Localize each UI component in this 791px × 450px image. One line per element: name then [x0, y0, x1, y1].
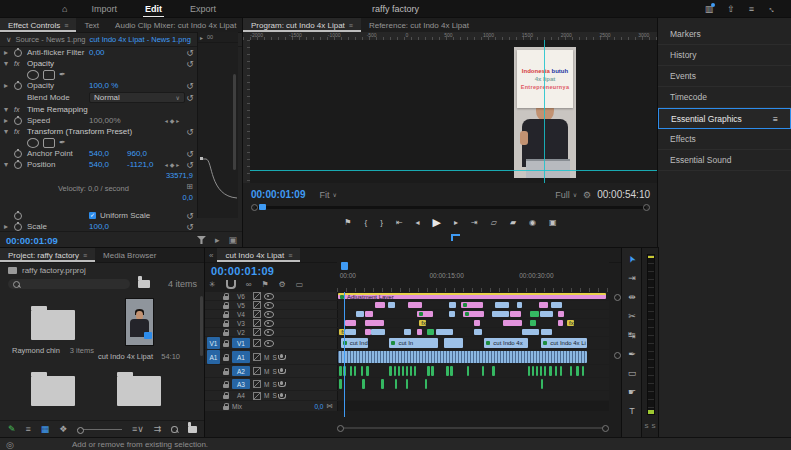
- audio-clip[interactable]: [528, 366, 530, 376]
- timeline-clip[interactable]: [517, 302, 522, 308]
- timeline-clip[interactable]: [449, 302, 456, 308]
- timeline-clip[interactable]: [492, 311, 508, 317]
- track-lane-a2[interactable]: [337, 365, 609, 377]
- source-patch[interactable]: [207, 401, 220, 411]
- timeline-clip[interactable]: [371, 329, 386, 335]
- lock-icon[interactable]: [223, 395, 229, 399]
- audio-clip[interactable]: [555, 366, 557, 376]
- sync-lock-icon[interactable]: [253, 339, 261, 347]
- timeline-clip[interactable]: [449, 311, 454, 317]
- lock-icon[interactable]: [223, 332, 229, 336]
- lock-icon[interactable]: [223, 323, 229, 327]
- track-output-icon[interactable]: [264, 311, 274, 318]
- audio-clip[interactable]: [570, 366, 572, 376]
- keyframe-add-icon[interactable]: ◆: [170, 161, 175, 168]
- track-name[interactable]: V2: [232, 329, 250, 335]
- stopwatch-icon[interactable]: [14, 82, 22, 90]
- sidebar-item-essential-graphics[interactable]: Essential Graphics≡: [658, 108, 791, 129]
- audio-clip[interactable]: [549, 366, 551, 376]
- ellipse-mask-icon[interactable]: [27, 138, 39, 148]
- property-value-x[interactable]: 540,0: [89, 149, 127, 158]
- timeline-clip[interactable]: [540, 311, 554, 317]
- source-patch[interactable]: [207, 378, 220, 390]
- program-timecode[interactable]: 00:00:01:09: [251, 189, 305, 200]
- project-item-folder[interactable]: [96, 364, 182, 408]
- solo-button[interactable]: S: [644, 423, 648, 429]
- razor-tool[interactable]: ✂: [628, 311, 636, 323]
- mix-value[interactable]: 0,0: [314, 403, 323, 410]
- timeline-clip[interactable]: [388, 302, 395, 308]
- timeline-clip[interactable]: [463, 311, 485, 317]
- rectangle-mask-icon[interactable]: [43, 70, 55, 80]
- timeline-clip[interactable]: cut In: [389, 338, 438, 348]
- disclosure-icon[interactable]: ▾: [4, 59, 14, 68]
- timeline-ruler[interactable]: 00:0000:00:15:0000:00:30:00: [337, 262, 609, 293]
- timeline-clip[interactable]: Adjustment Layer: [338, 293, 606, 299]
- audio-clip[interactable]: [427, 366, 429, 376]
- track-lane-v2[interactable]: fx: [337, 328, 609, 336]
- track-name[interactable]: A3: [232, 379, 250, 389]
- timeline-clip[interactable]: [510, 311, 521, 317]
- audio-clip[interactable]: [446, 366, 448, 376]
- workspaces-icon[interactable]: ▥: [705, 4, 714, 14]
- mark-in-button[interactable]: {: [365, 218, 368, 227]
- voiceover-record-icon[interactable]: [280, 393, 283, 397]
- timeline-clip[interactable]: [338, 351, 587, 363]
- pin-to-clip-icon[interactable]: ▸: [215, 235, 220, 245]
- project-item-folder[interactable]: [10, 364, 96, 408]
- keyframe-next-icon[interactable]: ▸: [176, 117, 179, 124]
- tab-text[interactable]: Text: [76, 18, 107, 32]
- source-patch[interactable]: V1: [207, 337, 220, 349]
- tab-program-cut-indo-4x-lipat[interactable]: Program: cut Indo 4x Lipat≡: [243, 18, 361, 32]
- automate-to-sequence-button[interactable]: ⇉: [154, 424, 162, 434]
- track-name[interactable]: V6: [232, 293, 250, 299]
- solo-button[interactable]: S: [272, 392, 276, 399]
- lock-icon[interactable]: [223, 384, 229, 388]
- nav-item-import[interactable]: Import: [77, 0, 131, 18]
- timeline-clip[interactable]: [345, 320, 356, 326]
- mute-button[interactable]: M: [264, 392, 269, 399]
- timeline-clip[interactable]: [417, 311, 433, 317]
- track-header-v4[interactable]: V4: [205, 310, 337, 318]
- sync-lock-icon[interactable]: [253, 319, 261, 327]
- sidebar-item-history[interactable]: History: [658, 45, 791, 66]
- track-lane-v3[interactable]: fxfx: [337, 319, 609, 327]
- timeline-clip[interactable]: cut Indo 4x Li: [541, 338, 587, 348]
- timeline-clip[interactable]: [417, 329, 422, 335]
- panel-menu-icon[interactable]: ≡: [349, 22, 353, 29]
- track-header-v2[interactable]: V2: [205, 328, 337, 336]
- step-forward-button[interactable]: ▸: [454, 218, 458, 227]
- guide-line-vertical[interactable]: [544, 40, 545, 183]
- track-header-mix[interactable]: Mix0,0⋈: [205, 401, 337, 411]
- keyframe-prev-icon[interactable]: ◂: [165, 161, 168, 168]
- sync-lock-icon[interactable]: [253, 328, 261, 336]
- settings-wrench-icon[interactable]: ⚙: [583, 190, 591, 200]
- new-bin-button[interactable]: [188, 426, 197, 433]
- track-output-icon[interactable]: [264, 329, 274, 336]
- lock-icon[interactable]: [223, 314, 229, 318]
- track-output-icon[interactable]: [264, 340, 274, 347]
- step-back-button[interactable]: ◂: [416, 218, 420, 227]
- tab-media-browser[interactable]: Media Browser: [95, 248, 164, 262]
- track-name[interactable]: V3: [232, 320, 250, 326]
- maximize-icon[interactable]: ↔: [768, 4, 777, 14]
- effect-controls-timecode[interactable]: 00:00:01:09: [6, 235, 58, 246]
- project-breadcrumb[interactable]: raffy factory.prproj: [0, 263, 205, 277]
- rectangle-tool[interactable]: ▭: [628, 368, 637, 380]
- writable-indicator-icon[interactable]: ✎: [8, 424, 16, 434]
- sidebar-item-essential-sound[interactable]: Essential Sound: [658, 150, 791, 171]
- timeline-playhead-caret[interactable]: [341, 262, 348, 270]
- sidebar-item-effects[interactable]: Effects: [658, 129, 791, 150]
- timeline-clip[interactable]: [530, 320, 535, 326]
- list-view-button[interactable]: ≡: [26, 424, 31, 434]
- keyframe-next-icon[interactable]: ▸: [176, 161, 179, 168]
- extract-button[interactable]: ▰: [510, 218, 516, 227]
- property-value[interactable]: 100,0: [89, 222, 127, 231]
- audio-clip[interactable]: [576, 366, 578, 376]
- tab-reference-cut-indo-4x-lipat[interactable]: Reference: cut Indo 4x Lipat: [361, 18, 477, 32]
- zoom-level-dropdown[interactable]: Fit∨: [319, 190, 336, 200]
- type-tool[interactable]: T: [629, 406, 635, 418]
- freeform-view-button[interactable]: ❖: [59, 424, 67, 434]
- audio-clip[interactable]: [350, 366, 352, 376]
- audio-clip[interactable]: [540, 366, 542, 376]
